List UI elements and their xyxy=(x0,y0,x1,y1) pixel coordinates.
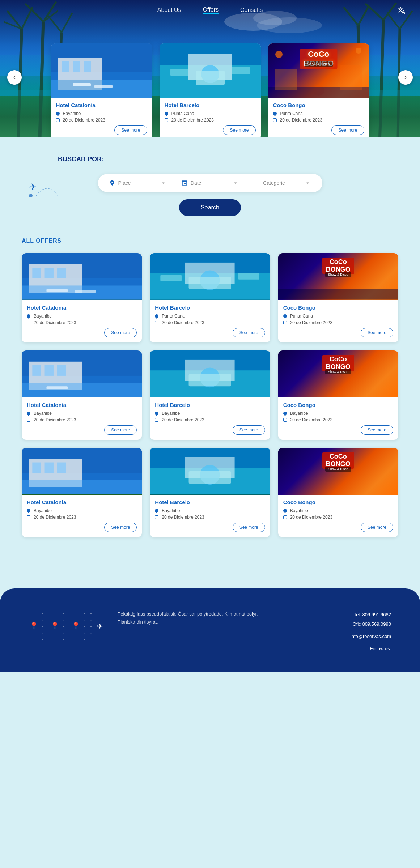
calendar-icon-3 xyxy=(273,118,277,122)
offer-card-o5: Hotel Barcelo Bayahibe 20 de Diciembre 2… xyxy=(150,350,270,440)
svg-rect-27 xyxy=(62,61,69,72)
card-location-1: Bayahibe xyxy=(56,111,147,116)
location-pin-icon-1 xyxy=(55,111,60,116)
categorie-label: Categorie xyxy=(263,180,285,186)
offer-card-location-o5: Bayahibe xyxy=(155,411,265,416)
offer-card-date-o2: 20 de Diciembre 2023 xyxy=(155,320,265,325)
offers-grid-row-2: Hotel Catalonia Bayahibe 20 de Diciembre… xyxy=(22,350,398,440)
offer-card-date-o1: 20 de Diciembre 2023 xyxy=(27,320,137,325)
location-pin-icon-2 xyxy=(164,111,169,116)
offer-card-img-o8 xyxy=(150,448,270,495)
see-more-button-c2[interactable]: See more xyxy=(223,125,255,135)
svg-rect-64 xyxy=(161,275,182,281)
offer-card-title-o2: Hotel Barcelo xyxy=(155,305,265,311)
svg-rect-85 xyxy=(57,463,66,473)
cal-o6 xyxy=(283,418,287,422)
see-more-o4[interactable]: See more xyxy=(104,425,137,435)
carousel-prev-button[interactable]: ‹ xyxy=(7,70,22,85)
footer-spacer xyxy=(0,567,420,588)
footer-tel: Tel. 809.991.9682 xyxy=(280,610,391,620)
categorie-dropdown[interactable]: Categorie xyxy=(250,178,315,188)
svg-rect-47 xyxy=(340,65,362,90)
offer-card-location-o1: Bayahibe xyxy=(27,314,137,319)
svg-rect-73 xyxy=(22,383,142,397)
calendar-icon-1 xyxy=(56,118,60,122)
offer-card-location-o2: Punta Cana xyxy=(155,314,265,319)
search-label: BUSCAR POR: xyxy=(58,156,406,163)
see-more-o5[interactable]: See more xyxy=(233,425,265,435)
see-more-button-c3[interactable]: See more xyxy=(331,125,364,135)
loc-pin-o2 xyxy=(154,314,159,319)
search-divider-1 xyxy=(174,178,174,188)
svg-rect-39 xyxy=(170,69,188,76)
footer-follow: Follow us: xyxy=(280,644,391,654)
see-more-o7[interactable]: See more xyxy=(104,523,137,532)
offers-section: ALL OFFERS Hotel Catalonia xyxy=(0,230,420,567)
offer-card-title-o4: Hotel Catalonia xyxy=(27,402,137,408)
svg-rect-28 xyxy=(73,61,80,72)
search-button[interactable]: Search xyxy=(179,199,241,216)
svg-point-43 xyxy=(356,48,361,54)
offer-card-img-o4 xyxy=(22,350,142,397)
card-title-3: Coco Bongo xyxy=(273,102,364,108)
footer-map: 📍 - - - - - 📍 - - - - - 📍 - - - - - - - … xyxy=(29,610,103,643)
location-pin-icon-3 xyxy=(272,111,277,116)
date-dropdown[interactable]: Date xyxy=(178,178,242,188)
card-location-2: Punta Cana xyxy=(165,111,256,116)
footer-dashes-2: - - - - - xyxy=(63,610,68,643)
coco-sub-o9: Show & Disco xyxy=(325,467,351,472)
loc-pin-o5 xyxy=(154,411,159,416)
all-offers-title: ALL OFFERS xyxy=(22,238,398,244)
card-title-1: Hotel Catalonia xyxy=(56,102,147,108)
svg-rect-55 xyxy=(57,268,66,278)
nav-offers[interactable]: Offers xyxy=(203,7,219,14)
see-more-o2[interactable]: See more xyxy=(233,328,265,337)
translate-icon[interactable] xyxy=(398,7,406,16)
loc-pin-o4 xyxy=(26,411,31,416)
see-more-o3[interactable]: See more xyxy=(361,328,393,337)
offer-card-location-o3: Punta Cana xyxy=(283,314,393,319)
offer-card-date-o3: 20 de Diciembre 2023 xyxy=(283,320,393,325)
offer-card-date-o9: 20 de Diciembre 2023 xyxy=(283,515,393,520)
calendar-icon-2 xyxy=(165,118,168,122)
card-body-1: Hotel Catalonia Bayahibe 20 de Diciembre… xyxy=(51,98,152,137)
place-dropdown[interactable]: Place xyxy=(105,178,170,188)
card-title-2: Hotel Barcelo xyxy=(165,102,256,108)
offer-card-o9: CoCoBONGO Show & Disco Coco Bongo Bayahi… xyxy=(278,448,398,537)
loc-pin-o7 xyxy=(26,508,31,513)
svg-rect-65 xyxy=(238,273,260,280)
svg-rect-71 xyxy=(45,365,54,376)
footer-description: Pekáktig lass pseudofaktisk. Ósar sar po… xyxy=(118,610,266,626)
offer-card-date-o6: 20 de Diciembre 2023 xyxy=(283,417,393,422)
svg-rect-58 xyxy=(75,290,96,293)
carousel-card-3: CoCoBONGO Show & Disco Coco Bongo xyxy=(268,43,369,137)
coco-sub-o6: Show & Disco xyxy=(325,369,351,374)
footer-dashes-1: - - - - - xyxy=(42,610,47,643)
see-more-o1[interactable]: See more xyxy=(104,328,137,337)
nav-about[interactable]: About Us xyxy=(157,7,181,13)
carousel-card-2: Hotel Barcelo Punta Cana 20 de Diciembre… xyxy=(160,43,261,137)
see-more-o6[interactable]: See more xyxy=(361,425,393,435)
see-more-button-c1[interactable]: See more xyxy=(114,125,147,135)
carousel-next-button[interactable]: › xyxy=(398,70,413,85)
svg-rect-63 xyxy=(189,277,231,289)
loc-pin-o8 xyxy=(154,508,159,513)
offer-card-title-o6: Coco Bongo xyxy=(283,402,393,408)
see-more-o9[interactable]: See more xyxy=(361,523,393,532)
nav-consults[interactable]: Consults xyxy=(240,7,263,13)
offer-card-body-o7: Hotel Catalonia Bayahibe 20 de Diciembre… xyxy=(22,495,142,537)
cal-o7 xyxy=(27,515,30,519)
see-more-o8[interactable]: See more xyxy=(233,523,265,532)
svg-rect-46 xyxy=(275,69,297,90)
cal-o2 xyxy=(155,321,158,324)
card-location-3: Punta Cana xyxy=(273,111,364,116)
offer-card-body-o6: Coco Bongo Bayahibe 20 de Diciembre 2023… xyxy=(278,397,398,440)
svg-rect-74 xyxy=(46,386,68,389)
place-label: Place xyxy=(118,180,131,186)
card-image-catalonia-1 xyxy=(51,43,152,98)
carousel-container: Hotel Catalonia Bayahibe 20 de Diciembre… xyxy=(14,43,406,137)
cal-o8 xyxy=(155,515,158,519)
main-nav: About Us Offers Consults xyxy=(0,0,420,20)
loc-pin-o9 xyxy=(283,508,288,513)
card-image-barcelo-1 xyxy=(160,43,261,98)
